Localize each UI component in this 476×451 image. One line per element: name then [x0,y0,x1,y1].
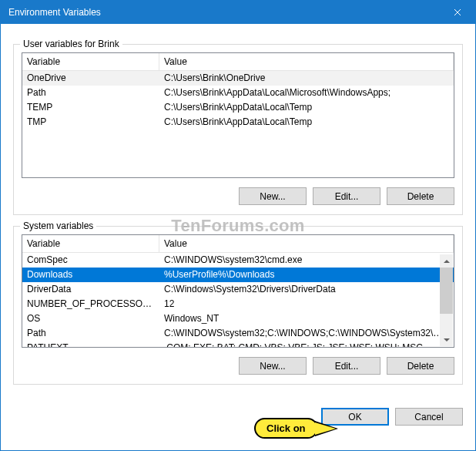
col-header-variable[interactable]: Variable [22,235,159,252]
table-row[interactable]: TMPC:\Users\Brink\AppData\Local\Temp [22,115,454,130]
col-header-value[interactable]: Value [159,53,454,70]
table-row[interactable]: NUMBER_OF_PROCESSORS12 [22,297,454,311]
cell-variable: PATHEXT [22,342,159,347]
cell-value: .COM;.EXE;.BAT;.CMD;.VBS;.VBE;.JS;.JSE;.… [159,342,454,347]
list-header: Variable Value [22,235,454,253]
cell-value: 12 [159,298,454,311]
cell-value: C:\Users\Brink\AppData\Local\Temp [159,101,454,114]
scroll-up-icon[interactable] [440,254,453,268]
scroll-track[interactable] [440,268,453,333]
cell-value: C:\WINDOWS\system32;C:\WINDOWS;C:\WINDOW… [159,327,454,340]
cell-variable: OneDrive [22,72,159,85]
cell-value: Windows_NT [159,312,454,325]
cell-value: C:\Users\Brink\AppData\Local\Microsoft\W… [159,86,454,99]
user-delete-button[interactable]: Delete [387,187,454,205]
cell-variable: Path [22,327,159,340]
window-title: Environment Variables [8,7,440,18]
cell-value: C:\WINDOWS\system32\cmd.exe [159,254,454,267]
close-button[interactable] [440,1,475,24]
cell-variable: Downloads [22,268,159,281]
cell-variable: TEMP [22,101,159,114]
cell-variable: TMP [22,116,159,129]
table-row[interactable]: DriverDataC:\Windows\System32\Drivers\Dr… [22,282,454,297]
cell-variable: NUMBER_OF_PROCESSORS [22,298,159,311]
close-icon [454,8,461,16]
ok-button[interactable]: OK [321,408,389,426]
cell-value: C:\Users\Brink\OneDrive [159,72,454,85]
table-row[interactable]: Downloads%UserProfile%\Downloads [22,268,454,282]
cell-variable: Path [22,86,159,99]
scroll-thumb[interactable] [440,268,453,314]
cell-variable: DriverData [22,283,159,296]
system-variables-list[interactable]: Variable Value ComSpecC:\WINDOWS\system3… [22,234,454,348]
system-delete-button[interactable]: Delete [387,357,454,375]
col-header-variable[interactable]: Variable [22,53,159,70]
system-variables-legend: System variables [20,220,96,231]
user-variables-list[interactable]: Variable Value OneDriveC:\Users\Brink\On… [22,52,454,178]
system-variables-group: System variables Variable Value ComSpecC… [13,226,463,385]
col-header-value[interactable]: Value [159,235,454,252]
user-new-button[interactable]: New... [239,187,307,205]
table-row[interactable]: OSWindows_NT [22,311,454,326]
table-row[interactable]: PATHEXT.COM;.EXE;.BAT;.CMD;.VBS;.VBE;.JS… [22,341,454,347]
user-variables-group: User variables for Brink Variable Value … [13,44,463,215]
table-row[interactable]: ComSpecC:\WINDOWS\system32\cmd.exe [22,253,454,268]
titlebar[interactable]: Environment Variables [1,1,475,24]
cell-variable: OS [22,312,159,325]
user-variables-legend: User variables for Brink [20,39,122,49]
cell-value: C:\Users\Brink\AppData\Local\Temp [159,116,454,129]
cancel-button[interactable]: Cancel [395,408,463,426]
table-row[interactable]: PathC:\WINDOWS\system32;C:\WINDOWS;C:\WI… [22,326,454,341]
table-row[interactable]: TEMPC:\Users\Brink\AppData\Local\Temp [22,100,454,115]
table-row[interactable]: OneDriveC:\Users\Brink\OneDrive [22,71,454,86]
system-new-button[interactable]: New... [239,357,307,375]
cell-variable: ComSpec [22,254,159,267]
table-row[interactable]: PathC:\Users\Brink\AppData\Local\Microso… [22,86,454,100]
cell-value: C:\Windows\System32\Drivers\DriverData [159,283,454,296]
list-header: Variable Value [22,53,454,71]
scrollbar[interactable] [440,254,453,346]
system-edit-button[interactable]: Edit... [313,357,380,375]
user-edit-button[interactable]: Edit... [313,187,380,205]
scroll-down-icon[interactable] [440,333,453,346]
cell-value: %UserProfile%\Downloads [159,268,454,281]
